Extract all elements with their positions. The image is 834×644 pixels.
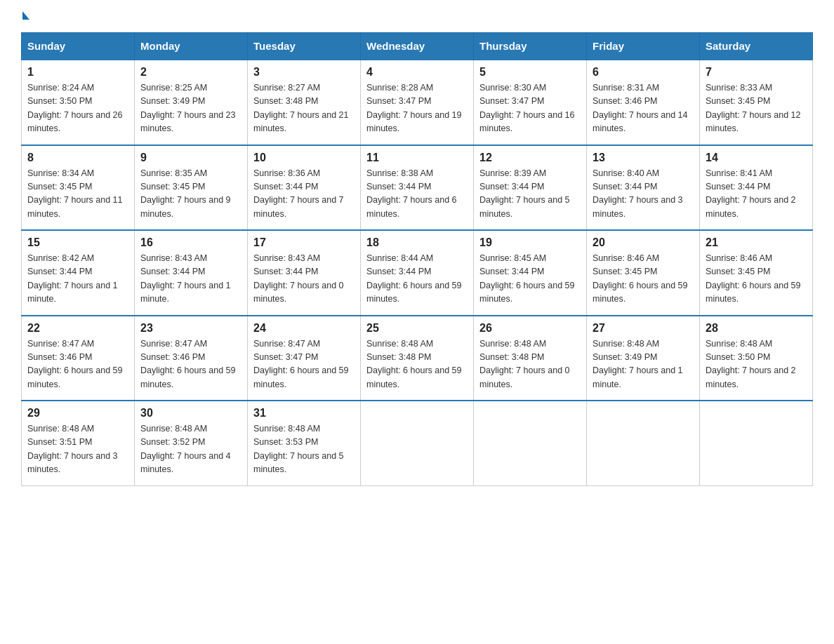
day-number: 19 [479, 236, 581, 249]
weekday-header-thursday: Thursday [474, 33, 587, 60]
day-number: 27 [593, 322, 694, 335]
calendar-cell [587, 401, 700, 485]
day-number: 28 [706, 322, 807, 335]
day-info: Sunrise: 8:33 AMSunset: 3:45 PMDaylight:… [706, 81, 807, 136]
day-number: 13 [593, 152, 694, 164]
day-info: Sunrise: 8:28 AMSunset: 3:47 PMDaylight:… [366, 81, 468, 136]
calendar-cell: 14 Sunrise: 8:41 AMSunset: 3:44 PMDaylig… [700, 145, 813, 231]
day-info: Sunrise: 8:43 AMSunset: 3:44 PMDaylight:… [253, 252, 355, 307]
calendar-cell: 20 Sunrise: 8:46 AMSunset: 3:45 PMDaylig… [587, 230, 700, 316]
calendar-cell [474, 401, 587, 485]
day-info: Sunrise: 8:48 AMSunset: 3:50 PMDaylight:… [706, 337, 807, 392]
weekday-header-saturday: Saturday [700, 33, 813, 60]
day-info: Sunrise: 8:46 AMSunset: 3:45 PMDaylight:… [706, 252, 807, 307]
logo [21, 14, 29, 20]
day-number: 26 [479, 322, 581, 335]
calendar-cell: 21 Sunrise: 8:46 AMSunset: 3:45 PMDaylig… [700, 230, 813, 316]
day-info: Sunrise: 8:34 AMSunset: 3:45 PMDaylight:… [27, 167, 128, 222]
calendar-cell: 24 Sunrise: 8:47 AMSunset: 3:47 PMDaylig… [248, 316, 361, 401]
weekday-header-friday: Friday [587, 33, 700, 60]
day-number: 10 [253, 152, 355, 164]
calendar-cell: 7 Sunrise: 8:33 AMSunset: 3:45 PMDayligh… [700, 60, 813, 145]
day-info: Sunrise: 8:48 AMSunset: 3:51 PMDaylight:… [27, 422, 128, 477]
day-number: 18 [366, 236, 468, 249]
day-info: Sunrise: 8:48 AMSunset: 3:49 PMDaylight:… [593, 337, 694, 392]
calendar-cell: 18 Sunrise: 8:44 AMSunset: 3:44 PMDaylig… [361, 230, 474, 316]
day-number: 20 [593, 236, 694, 249]
calendar-cell: 29 Sunrise: 8:48 AMSunset: 3:51 PMDaylig… [22, 401, 135, 485]
calendar-cell: 11 Sunrise: 8:38 AMSunset: 3:44 PMDaylig… [361, 145, 474, 231]
day-info: Sunrise: 8:24 AMSunset: 3:50 PMDaylight:… [27, 81, 128, 136]
calendar-cell: 9 Sunrise: 8:35 AMSunset: 3:45 PMDayligh… [135, 145, 248, 231]
day-number: 22 [27, 322, 128, 335]
day-number: 17 [253, 236, 355, 249]
calendar-cell: 6 Sunrise: 8:31 AMSunset: 3:46 PMDayligh… [587, 60, 700, 145]
day-info: Sunrise: 8:43 AMSunset: 3:44 PMDaylight:… [140, 252, 241, 307]
calendar-cell: 22 Sunrise: 8:47 AMSunset: 3:46 PMDaylig… [22, 316, 135, 401]
day-info: Sunrise: 8:47 AMSunset: 3:46 PMDaylight:… [140, 337, 241, 392]
calendar-cell: 12 Sunrise: 8:39 AMSunset: 3:44 PMDaylig… [474, 145, 587, 231]
day-number: 29 [27, 407, 128, 420]
calendar-cell: 23 Sunrise: 8:47 AMSunset: 3:46 PMDaylig… [135, 316, 248, 401]
day-number: 8 [27, 152, 128, 164]
week-row-4: 22 Sunrise: 8:47 AMSunset: 3:46 PMDaylig… [22, 316, 813, 401]
weekday-header-monday: Monday [135, 33, 248, 60]
calendar-cell: 27 Sunrise: 8:48 AMSunset: 3:49 PMDaylig… [587, 316, 700, 401]
weekday-header-sunday: Sunday [22, 33, 135, 60]
day-number: 11 [366, 152, 468, 164]
calendar-cell [361, 401, 474, 485]
day-number: 2 [140, 66, 241, 79]
day-number: 6 [593, 66, 694, 79]
day-info: Sunrise: 8:47 AMSunset: 3:47 PMDaylight:… [253, 337, 355, 392]
calendar-cell [700, 401, 813, 485]
calendar-cell: 1 Sunrise: 8:24 AMSunset: 3:50 PMDayligh… [22, 60, 135, 145]
calendar-cell: 28 Sunrise: 8:48 AMSunset: 3:50 PMDaylig… [700, 316, 813, 401]
calendar-table: SundayMondayTuesdayWednesdayThursdayFrid… [21, 32, 813, 486]
calendar-cell: 15 Sunrise: 8:42 AMSunset: 3:44 PMDaylig… [22, 230, 135, 316]
calendar-cell: 25 Sunrise: 8:48 AMSunset: 3:48 PMDaylig… [361, 316, 474, 401]
day-info: Sunrise: 8:31 AMSunset: 3:46 PMDaylight:… [593, 81, 694, 136]
day-number: 5 [479, 66, 581, 79]
day-info: Sunrise: 8:41 AMSunset: 3:44 PMDaylight:… [706, 167, 807, 222]
logo-triangle-icon [22, 11, 29, 20]
day-info: Sunrise: 8:25 AMSunset: 3:49 PMDaylight:… [140, 81, 241, 136]
calendar-cell: 4 Sunrise: 8:28 AMSunset: 3:47 PMDayligh… [361, 60, 474, 145]
calendar-cell: 10 Sunrise: 8:36 AMSunset: 3:44 PMDaylig… [248, 145, 361, 231]
day-info: Sunrise: 8:30 AMSunset: 3:47 PMDaylight:… [479, 81, 581, 136]
calendar-cell: 16 Sunrise: 8:43 AMSunset: 3:44 PMDaylig… [135, 230, 248, 316]
day-number: 7 [706, 66, 807, 79]
day-info: Sunrise: 8:36 AMSunset: 3:44 PMDaylight:… [253, 167, 355, 222]
week-row-5: 29 Sunrise: 8:48 AMSunset: 3:51 PMDaylig… [22, 401, 813, 485]
calendar-cell: 31 Sunrise: 8:48 AMSunset: 3:53 PMDaylig… [248, 401, 361, 485]
day-number: 14 [706, 152, 807, 164]
calendar-cell: 17 Sunrise: 8:43 AMSunset: 3:44 PMDaylig… [248, 230, 361, 316]
calendar-cell: 5 Sunrise: 8:30 AMSunset: 3:47 PMDayligh… [474, 60, 587, 145]
day-info: Sunrise: 8:44 AMSunset: 3:44 PMDaylight:… [366, 252, 468, 307]
day-info: Sunrise: 8:48 AMSunset: 3:52 PMDaylight:… [140, 422, 241, 477]
day-number: 9 [140, 152, 241, 164]
day-number: 3 [253, 66, 355, 79]
day-number: 23 [140, 322, 241, 335]
calendar-cell: 13 Sunrise: 8:40 AMSunset: 3:44 PMDaylig… [587, 145, 700, 231]
day-info: Sunrise: 8:48 AMSunset: 3:48 PMDaylight:… [366, 337, 468, 392]
day-number: 30 [140, 407, 241, 420]
calendar-cell: 8 Sunrise: 8:34 AMSunset: 3:45 PMDayligh… [22, 145, 135, 231]
day-info: Sunrise: 8:42 AMSunset: 3:44 PMDaylight:… [27, 252, 128, 307]
day-number: 1 [27, 66, 128, 79]
week-row-3: 15 Sunrise: 8:42 AMSunset: 3:44 PMDaylig… [22, 230, 813, 316]
day-info: Sunrise: 8:45 AMSunset: 3:44 PMDaylight:… [479, 252, 581, 307]
day-info: Sunrise: 8:40 AMSunset: 3:44 PMDaylight:… [593, 167, 694, 222]
calendar-cell: 2 Sunrise: 8:25 AMSunset: 3:49 PMDayligh… [135, 60, 248, 145]
day-number: 4 [366, 66, 468, 79]
page-header [21, 14, 813, 20]
day-number: 16 [140, 236, 241, 249]
day-info: Sunrise: 8:39 AMSunset: 3:44 PMDaylight:… [479, 167, 581, 222]
day-info: Sunrise: 8:35 AMSunset: 3:45 PMDaylight:… [140, 167, 241, 222]
day-number: 21 [706, 236, 807, 249]
day-info: Sunrise: 8:27 AMSunset: 3:48 PMDaylight:… [253, 81, 355, 136]
day-info: Sunrise: 8:47 AMSunset: 3:46 PMDaylight:… [27, 337, 128, 392]
calendar-cell: 3 Sunrise: 8:27 AMSunset: 3:48 PMDayligh… [248, 60, 361, 145]
calendar-cell: 19 Sunrise: 8:45 AMSunset: 3:44 PMDaylig… [474, 230, 587, 316]
day-number: 25 [366, 322, 468, 335]
weekday-header-wednesday: Wednesday [361, 33, 474, 60]
